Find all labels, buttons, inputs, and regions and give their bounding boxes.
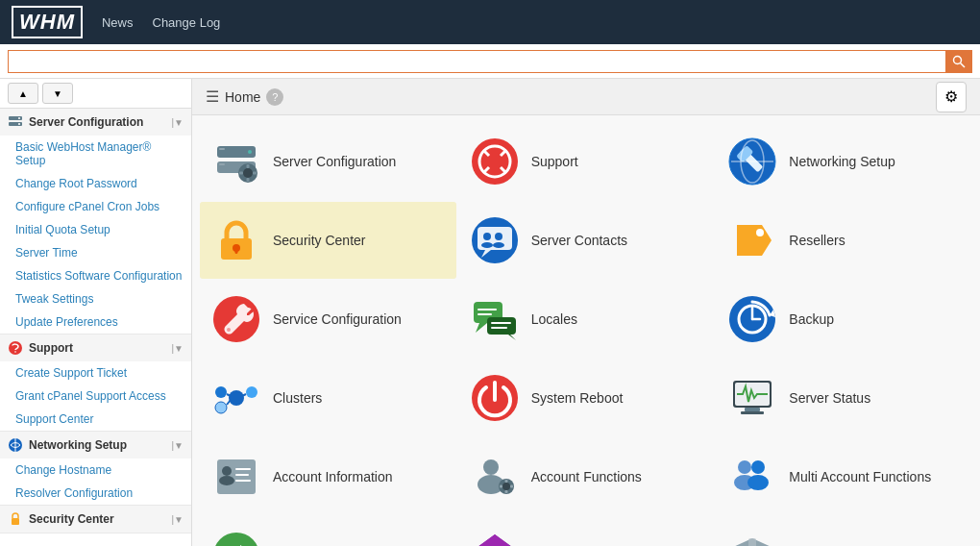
svg-rect-103 <box>748 538 756 546</box>
account-functions-label: Account Functions <box>531 469 642 484</box>
search-icon <box>952 55 966 68</box>
sidebar-section-security: Security Center |▼ <box>0 506 191 534</box>
svg-marker-49 <box>476 323 487 333</box>
svg-marker-95 <box>474 534 516 546</box>
transfers-icon <box>211 531 261 546</box>
sidebar-section-header-server-configuration[interactable]: Server Configuration |▼ <box>0 109 191 136</box>
svg-point-13 <box>248 150 252 154</box>
svg-point-44 <box>493 242 504 248</box>
networking-setup-label: Networking Setup <box>789 154 895 169</box>
grid-item-clusters[interactable]: Clusters <box>200 360 456 436</box>
account-information-icon <box>211 452 261 502</box>
grid-item-themes[interactable]: Themes <box>458 517 715 546</box>
svg-rect-19 <box>247 164 250 168</box>
sidebar-section-header-support[interactable]: Support |▼ <box>0 335 191 361</box>
breadcrumb: ☰ Home ? <box>206 87 283 106</box>
breadcrumb-home: Home <box>225 89 260 105</box>
sidebar-item-change-hostname[interactable]: Change Hostname <box>0 459 191 482</box>
svg-rect-37 <box>235 248 238 254</box>
sidebar-item-grant-access[interactable]: Grant cPanel Support Access <box>0 385 191 408</box>
grid-item-networking-setup[interactable]: Networking Setup <box>716 123 972 200</box>
nav-news[interactable]: News <box>102 15 134 30</box>
server-config-icon <box>8 114 23 130</box>
nav-changelog[interactable]: Change Log <box>153 15 221 30</box>
svg-rect-71 <box>745 408 760 411</box>
clusters-label: Clusters <box>273 390 322 406</box>
nav-forward-button[interactable]: ▼ <box>42 83 73 104</box>
svg-rect-22 <box>253 172 257 175</box>
support-icon <box>470 136 520 186</box>
settings-icon[interactable]: ⚙ <box>936 82 967 112</box>
sidebar-item[interactable]: Change Root Password <box>0 172 191 195</box>
grid-item-multi-account-functions[interactable]: Multi Account Functions <box>716 438 972 515</box>
help-icon[interactable]: ? <box>266 88 283 106</box>
grid-item-service-configuration[interactable]: Service Configuration <box>200 281 456 358</box>
sidebar: ▲ ▼ Server Configuration |▼ Basic WebHos… <box>0 79 192 546</box>
svg-point-42 <box>481 242 493 248</box>
svg-rect-10 <box>12 518 19 525</box>
grid-item-locales[interactable]: Locales <box>458 281 715 358</box>
search-button[interactable] <box>945 50 972 73</box>
grid-item-packages[interactable]: Packages <box>716 517 972 546</box>
svg-point-18 <box>243 168 253 178</box>
grid-item-account-functions[interactable]: Account Functions <box>458 438 715 515</box>
svg-rect-72 <box>741 411 764 414</box>
server-config-section-title: Server Configuration <box>29 115 166 129</box>
grid-item-transfers[interactable]: Transfers <box>200 517 456 546</box>
server-contacts-icon <box>470 215 520 265</box>
svg-point-91 <box>213 533 259 546</box>
server-configuration-icon <box>211 136 261 186</box>
grid-item-resellers[interactable]: Resellers <box>716 202 972 279</box>
sidebar-item[interactable]: Basic WebHost Manager® Setup <box>0 136 191 172</box>
svg-rect-83 <box>504 480 507 483</box>
grid-item-server-status[interactable]: Server Status <box>716 360 972 436</box>
svg-point-75 <box>219 476 234 485</box>
sidebar-item-create-ticket[interactable]: Create Support Ticket <box>0 361 191 385</box>
grid-item-server-configuration[interactable]: Server Configuration <box>200 123 456 200</box>
main-layout: ▲ ▼ Server Configuration |▼ Basic WebHos… <box>0 79 980 546</box>
sidebar-item-resolver-config[interactable]: Resolver Configuration <box>0 482 191 505</box>
svg-rect-86 <box>510 485 513 488</box>
grid-item-security-center[interactable]: Security Center <box>200 202 456 279</box>
grid-item-backup[interactable]: Backup <box>716 281 972 358</box>
multi-account-functions-icon <box>727 452 777 502</box>
account-functions-icon <box>470 452 520 502</box>
sidebar-item-support-center[interactable]: Support Center <box>0 408 191 431</box>
sidebar-item[interactable]: Initial Quota Setup <box>0 218 191 241</box>
sidebar-item[interactable]: Update Preferences <box>0 310 191 334</box>
sidebar-item[interactable]: Tweak Settings <box>0 287 191 310</box>
grid-item-server-contacts[interactable]: Server Contacts <box>458 202 715 279</box>
svg-point-61 <box>229 390 244 406</box>
networking-toggle[interactable]: |▼ <box>172 440 184 451</box>
resellers-label: Resellers <box>789 233 845 248</box>
menu-icon[interactable]: ☰ <box>206 87 219 106</box>
svg-point-6 <box>9 341 22 355</box>
svg-point-41 <box>483 233 491 240</box>
sidebar-item[interactable]: Server Time <box>0 241 191 264</box>
support-toggle[interactable]: |▼ <box>172 343 184 354</box>
grid-item-support[interactable]: Support <box>458 123 715 200</box>
sidebar-section-header-security[interactable]: Security Center |▼ <box>0 506 191 533</box>
security-section-title: Security Center <box>29 512 166 526</box>
networking-section-title: Networking Setup <box>29 438 166 452</box>
support-label: Support <box>531 154 578 169</box>
backup-icon <box>727 294 777 344</box>
security-center-icon <box>211 215 261 265</box>
whm-logo: WHM <box>12 6 83 38</box>
service-configuration-label: Service Configuration <box>273 311 402 327</box>
svg-point-45 <box>756 229 764 236</box>
support-section-title: Support <box>29 341 166 355</box>
sidebar-section-header-networking[interactable]: Networking Setup |▼ <box>0 432 191 459</box>
svg-point-79 <box>483 459 499 475</box>
grid-item-account-information[interactable]: Account Information <box>200 438 456 515</box>
content-grid: Server Configuration Support <box>192 115 980 546</box>
sidebar-item[interactable]: Statistics Software Configuration <box>0 264 191 287</box>
sidebar-item[interactable]: Configure cPanel Cron Jobs <box>0 195 191 218</box>
server-config-toggle[interactable]: |▼ <box>172 117 184 128</box>
content-area: ☰ Home ? ⚙ <box>192 79 980 546</box>
search-input[interactable] <box>8 50 945 73</box>
multi-account-functions-label: Multi Account Functions <box>789 469 931 484</box>
grid-item-system-reboot[interactable]: System Reboot <box>458 360 715 436</box>
nav-back-button[interactable]: ▲ <box>8 83 38 104</box>
security-toggle[interactable]: |▼ <box>172 514 184 525</box>
